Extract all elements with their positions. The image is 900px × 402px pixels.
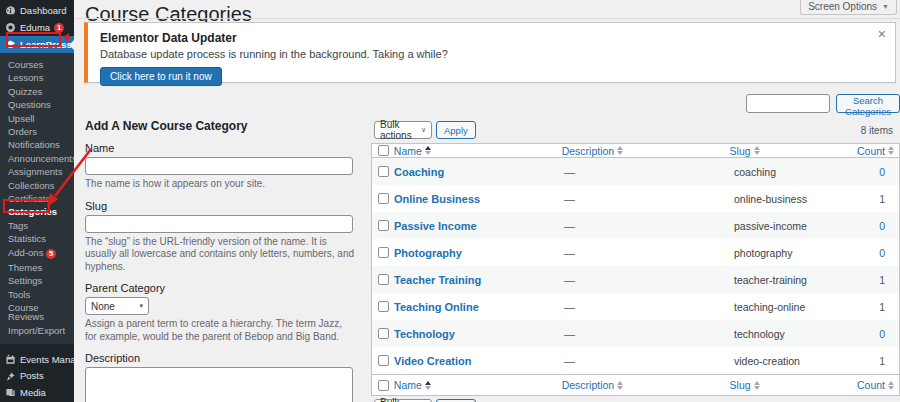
row-checkbox[interactable] [378, 220, 389, 231]
form-heading: Add A New Course Category [85, 119, 355, 133]
column-header-count[interactable]: Count [857, 379, 894, 391]
row-checkbox[interactable] [378, 301, 389, 312]
description-label: Description [85, 352, 355, 364]
pushpin-icon [5, 371, 16, 382]
category-count-link[interactable]: 0 [879, 220, 885, 232]
category-count: 1 [879, 301, 885, 313]
select-all-checkbox[interactable] [378, 145, 389, 156]
search-categories-button[interactable]: Search Categories [836, 94, 900, 113]
category-count-link[interactable]: 0 [879, 328, 885, 340]
slug-label: Slug [85, 200, 355, 212]
update-count-badge: 1 [54, 23, 64, 33]
column-header-name[interactable]: Name [394, 145, 431, 157]
sidebar-item-courses[interactable]: Courses [0, 58, 74, 71]
column-header-description[interactable]: Description [562, 145, 624, 157]
notice-title: Elementor Data Updater [100, 31, 895, 45]
sidebar-item-learnpress[interactable]: LearnPress [0, 36, 74, 53]
category-name-link[interactable]: Passive Income [394, 220, 477, 232]
row-checkbox[interactable] [378, 328, 389, 339]
sidebar-item-themes[interactable]: Themes [0, 261, 74, 274]
name-help: The name is how it appears on your site. [85, 178, 355, 191]
sidebar-item-label: Media [20, 388, 46, 398]
category-count-link[interactable]: 0 [879, 166, 885, 178]
elementor-update-notice: Elementor Data Updater Database update p… [84, 22, 896, 83]
sidebar-item-events-manager[interactable]: Events Manager [0, 351, 74, 368]
category-slug: photography [734, 247, 863, 259]
table-row: Teaching Online — teaching-online 1 [372, 293, 899, 320]
sidebar-item-categories[interactable]: Categories [0, 205, 74, 218]
table-row: Teacher Training — teacher-training 1 [372, 266, 899, 293]
category-description: — [564, 301, 734, 313]
row-checkbox[interactable] [378, 193, 389, 204]
slug-input[interactable] [85, 215, 353, 233]
sidebar-item-label: Eduma [20, 23, 50, 33]
category-name-link[interactable]: Teacher Training [394, 274, 481, 286]
sidebar-item-addons[interactable]: Add-ons 5 [0, 246, 74, 261]
add-category-form: Add A New Course Category Name The name … [85, 119, 355, 402]
sidebar-item-import-export[interactable]: Import/Export [0, 324, 74, 337]
category-slug: video-creation [734, 355, 863, 367]
sidebar-item-questions[interactable]: Questions [0, 98, 74, 111]
category-name-link[interactable]: Teaching Online [394, 301, 479, 313]
sidebar-item-posts[interactable]: Posts [0, 368, 74, 385]
sidebar-item-tools[interactable]: Tools [0, 288, 74, 301]
name-input[interactable] [85, 157, 353, 175]
parent-category-select[interactable]: None ▾ [85, 297, 149, 315]
column-header-slug[interactable]: Slug [730, 145, 760, 157]
search-input[interactable] [746, 94, 830, 113]
category-description: — [564, 166, 734, 178]
row-checkbox[interactable] [378, 166, 389, 177]
category-name-link[interactable]: Online Business [394, 193, 480, 205]
sidebar-item-certificates[interactable]: Certificates [0, 192, 74, 205]
current-menu-arrow-icon [69, 40, 74, 50]
category-slug: teaching-online [734, 301, 863, 313]
sort-icon [617, 381, 623, 390]
slug-help: The “slug” is the URL-friendly version o… [85, 236, 355, 274]
column-header-description[interactable]: Description [562, 379, 624, 391]
sidebar-item-label: LearnPress [20, 40, 72, 50]
sidebar-item-notifications[interactable]: Notifications [0, 138, 74, 151]
sidebar-item-orders[interactable]: Orders [0, 125, 74, 138]
screen-options-button[interactable]: Screen Options ▼ [800, 0, 897, 15]
category-description: — [564, 193, 734, 205]
description-textarea[interactable] [85, 367, 353, 402]
column-header-slug[interactable]: Slug [730, 379, 760, 391]
run-update-button[interactable]: Click here to run it now [100, 67, 222, 86]
chevron-down-icon: ▾ [139, 302, 143, 310]
row-checkbox[interactable] [378, 355, 389, 366]
sidebar-item-settings[interactable]: Settings [0, 274, 74, 287]
category-count: 1 [879, 355, 885, 367]
category-name-link[interactable]: Technology [394, 328, 455, 340]
sidebar-item-tags[interactable]: Tags [0, 219, 74, 232]
column-header-name[interactable]: Name [394, 379, 431, 391]
admin-sidebar: Dashboard Eduma 1 LearnPress Courses Les… [0, 0, 74, 402]
category-name-link[interactable]: Video Creation [394, 355, 471, 367]
row-checkbox[interactable] [378, 247, 389, 258]
select-all-checkbox[interactable] [378, 380, 389, 391]
sidebar-item-assignments[interactable]: Assignments [0, 165, 74, 178]
notice-message: Database update process is running in th… [100, 48, 895, 60]
addons-count-badge: 5 [46, 249, 56, 259]
sidebar-item-eduma[interactable]: Eduma 1 [0, 19, 74, 36]
category-count-link[interactable]: 0 [879, 247, 885, 259]
sidebar-item-collections[interactable]: Collections [0, 179, 74, 192]
sidebar-item-dashboard[interactable]: Dashboard [0, 2, 74, 19]
sidebar-item-announcements[interactable]: Announcements [0, 152, 74, 165]
sidebar-item-lessons[interactable]: Lessons [0, 71, 74, 84]
learnpress-submenu: Courses Lessons Quizzes Questions Upsell… [0, 53, 74, 344]
chevron-down-icon: ∨ [421, 126, 426, 134]
row-checkbox[interactable] [378, 274, 389, 285]
apply-button[interactable]: Apply [436, 121, 476, 139]
bulk-actions-select[interactable]: Bulk actions ∨ [374, 121, 432, 139]
sidebar-item-media[interactable]: Media [0, 384, 74, 401]
close-icon[interactable]: × [878, 27, 886, 41]
sidebar-item-course-reviews[interactable]: Course Reviews [0, 301, 74, 324]
sidebar-item-statistics[interactable]: Statistics [0, 232, 74, 245]
table-header-row: Name Description Slug Count [372, 144, 899, 158]
sidebar-item-label: Events Manager [20, 355, 74, 365]
sidebar-item-quizzes[interactable]: Quizzes [0, 85, 74, 98]
column-header-count[interactable]: Count [857, 145, 894, 157]
category-name-link[interactable]: Photography [394, 247, 462, 259]
sidebar-item-upsell[interactable]: Upsell [0, 112, 74, 125]
category-name-link[interactable]: Coaching [394, 166, 444, 178]
